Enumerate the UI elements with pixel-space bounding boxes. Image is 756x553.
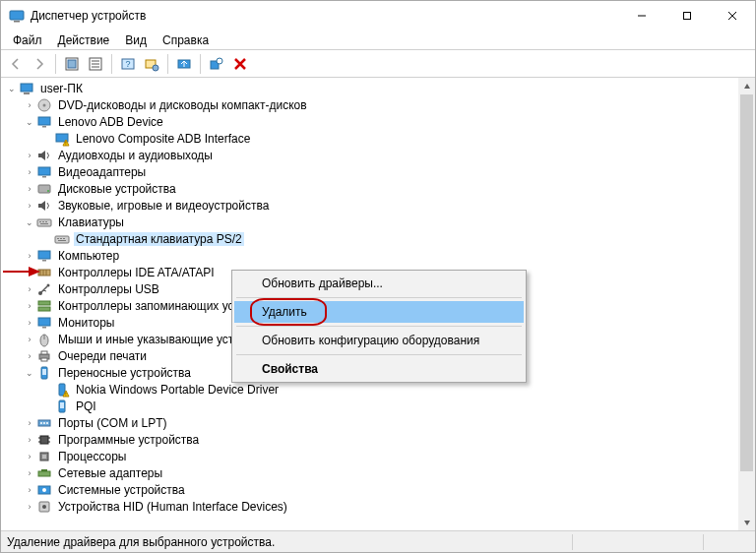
ctx-delete[interactable]: Удалить <box>234 301 524 323</box>
delete-button[interactable] <box>229 53 251 75</box>
expand-icon[interactable]: › <box>23 416 36 430</box>
menu-view[interactable]: Вид <box>117 31 155 49</box>
keyboard-icon <box>36 215 52 230</box>
close-button[interactable] <box>710 1 755 31</box>
show-hidden-button[interactable] <box>61 53 83 75</box>
tree-row[interactable]: ›Устройства HID (Human Interface Devices… <box>5 498 738 515</box>
tree-item-label: Контроллеры USB <box>56 282 161 296</box>
tree-row[interactable]: ›Системные устройства <box>5 481 738 498</box>
collapse-icon[interactable]: ⌄ <box>23 215 36 229</box>
tree-row[interactable]: ›Дисковые устройства <box>5 180 738 197</box>
content-area: ⌄user-ПК›DVD-дисководы и дисководы компа… <box>1 78 755 530</box>
svg-rect-61 <box>41 351 47 354</box>
uninstall-button[interactable] <box>206 53 227 75</box>
tree-row[interactable]: ⌄user-ПК <box>5 80 738 96</box>
expand-icon[interactable]: › <box>23 149 36 162</box>
expand-icon[interactable]: › <box>23 282 36 296</box>
toolbar-separator <box>200 54 201 74</box>
svg-rect-36 <box>42 221 44 222</box>
maximize-button[interactable] <box>664 1 710 31</box>
usb-icon <box>36 281 52 297</box>
tree-row[interactable]: !Nokia Windows Portable Device Driver <box>5 381 738 398</box>
expand-icon[interactable]: › <box>23 98 36 112</box>
expand-icon[interactable]: › <box>23 483 36 497</box>
cpu-icon <box>36 449 52 464</box>
keyboard-icon <box>54 231 70 247</box>
expand-icon[interactable]: › <box>23 199 36 213</box>
tree-item-label: Контроллеры IDE ATA/ATAPI <box>56 266 217 279</box>
menu-help[interactable]: Справка <box>155 31 217 49</box>
tree-row[interactable]: ›Звуковые, игровые и видеоустройства <box>5 197 738 214</box>
svg-point-86 <box>42 505 46 509</box>
tree-row[interactable]: ›Аудиовходы и аудиовыходы <box>5 147 738 163</box>
tree-item-label: Lenovo Composite ADB Interface <box>74 132 252 146</box>
mouse-icon <box>36 332 52 347</box>
tree-row[interactable]: ⌄Клавиатуры <box>5 214 738 230</box>
monitor-warn-icon: ! <box>54 131 70 147</box>
vertical-scrollbar[interactable] <box>738 78 755 530</box>
expand-icon[interactable]: › <box>23 349 36 363</box>
tree-row[interactable]: ⌄Lenovo ADB Device <box>5 113 738 130</box>
expand-icon[interactable]: › <box>23 466 36 480</box>
update-driver-button[interactable] <box>173 53 195 75</box>
scan-hardware-button[interactable] <box>141 53 162 75</box>
collapse-icon[interactable]: ⌄ <box>23 366 36 380</box>
back-button[interactable] <box>5 53 27 75</box>
expand-icon[interactable]: › <box>23 500 36 514</box>
tree-item-label: Клавиатуры <box>56 215 126 229</box>
menu-action[interactable]: Действие <box>50 31 118 49</box>
ctx-refresh-hw[interactable]: Обновить конфигурацию оборудования <box>234 330 524 351</box>
svg-text:?: ? <box>125 59 130 69</box>
scroll-down-icon[interactable] <box>738 514 755 530</box>
tree-row[interactable]: ›Процессоры <box>5 448 738 464</box>
expand-icon[interactable]: › <box>23 450 36 463</box>
tree-item-label: Nokia Windows Portable Device Driver <box>74 383 281 397</box>
status-text: Удаление драйвера для выбранного устройс… <box>7 535 566 549</box>
monitor-icon <box>36 248 52 264</box>
audio-icon <box>36 198 52 214</box>
tree-row[interactable]: !Lenovo Composite ADB Interface <box>5 130 738 147</box>
monitor-icon <box>36 315 52 331</box>
svg-marker-33 <box>38 201 45 211</box>
chip-icon <box>36 432 52 448</box>
tree-row[interactable]: ›DVD-дисководы и дисководы компакт-диско… <box>5 96 738 113</box>
expand-icon[interactable]: › <box>23 182 36 196</box>
tree-row[interactable]: ›Порты (COM и LPT) <box>5 414 738 431</box>
svg-rect-29 <box>38 167 50 175</box>
expand-icon[interactable]: › <box>23 333 36 346</box>
expand-icon[interactable]: › <box>23 249 36 263</box>
svg-rect-57 <box>42 327 46 329</box>
scroll-track[interactable] <box>738 94 755 514</box>
svg-rect-43 <box>58 240 66 241</box>
expand-icon[interactable]: › <box>23 299 36 313</box>
tree-item-label: Системные устройства <box>56 483 187 497</box>
tree-row[interactable]: PQI <box>5 398 738 414</box>
ctx-properties[interactable]: Свойства <box>234 358 524 380</box>
svg-rect-80 <box>42 455 46 459</box>
ctx-delete-label: Удалить <box>262 305 307 319</box>
toolbar-separator <box>55 54 56 74</box>
tree-row[interactable]: Стандартная клавиатура PS/2 <box>5 230 738 247</box>
tree-row[interactable]: ›Компьютер <box>5 247 738 264</box>
properties-button[interactable] <box>85 53 106 75</box>
computer-icon <box>19 81 34 96</box>
forward-button[interactable] <box>29 53 50 75</box>
ctx-update-drivers[interactable]: Обновить драйверы... <box>234 273 524 294</box>
svg-rect-62 <box>41 358 47 361</box>
expand-icon[interactable]: › <box>23 433 36 447</box>
portable-icon <box>54 399 70 414</box>
tree-row[interactable]: ›Сетевые адаптеры <box>5 464 738 481</box>
expand-icon[interactable]: › <box>23 316 36 330</box>
help-button[interactable]: ? <box>117 53 139 75</box>
expand-icon[interactable]: › <box>23 165 36 179</box>
minimize-button[interactable] <box>619 1 664 31</box>
scroll-up-icon[interactable] <box>738 78 755 94</box>
svg-rect-44 <box>38 251 50 259</box>
tree-row[interactable]: ›Программные устройства <box>5 431 738 448</box>
menu-file[interactable]: Файл <box>5 31 50 49</box>
scroll-thumb[interactable] <box>740 94 753 471</box>
tree-item-label: Переносные устройства <box>56 366 193 380</box>
tree-row[interactable]: ›Видеоадаптеры <box>5 163 738 180</box>
collapse-icon[interactable]: ⌄ <box>5 82 19 95</box>
collapse-icon[interactable]: ⌄ <box>23 115 36 129</box>
